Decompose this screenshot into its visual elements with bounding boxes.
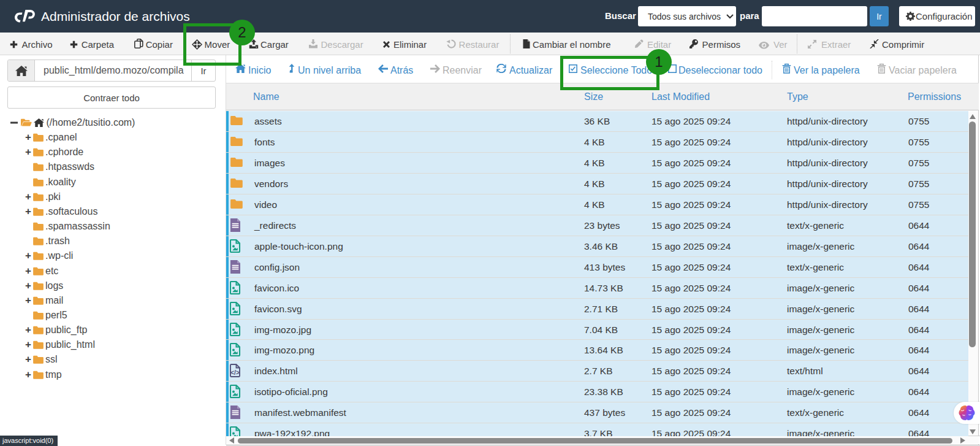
svg-text:</>: </>: [230, 369, 240, 376]
